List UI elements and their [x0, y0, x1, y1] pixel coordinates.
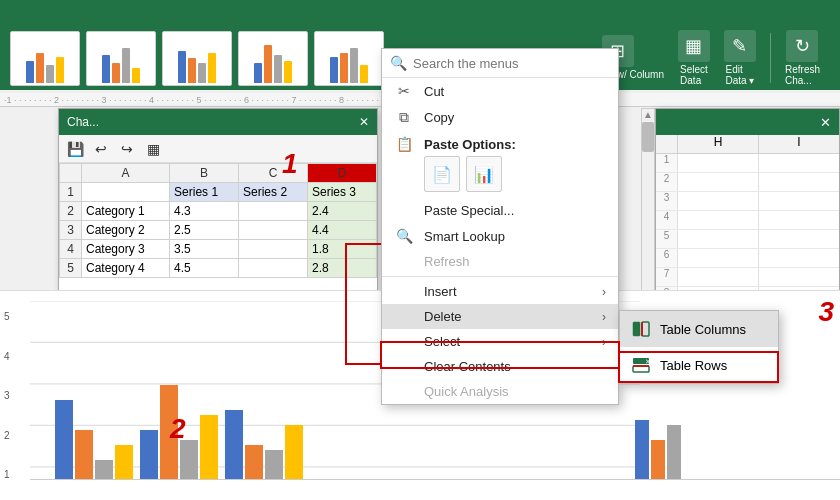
menu-item-select[interactable]: Select ›: [382, 329, 618, 354]
spreadsheet-table: A B C D 1 Series 1 Series 2 Series 3 2 C…: [59, 163, 377, 278]
bar-b4-3: [667, 425, 681, 480]
scrollbar-thumb[interactable]: [642, 122, 654, 152]
undo-icon[interactable]: ↩: [91, 139, 111, 159]
corner-header: [60, 164, 82, 183]
select-data-button[interactable]: ▦ SelectData: [678, 30, 710, 86]
x-axis: [30, 479, 840, 480]
col-header-h[interactable]: H: [678, 135, 759, 153]
row-header-1: 1: [60, 183, 82, 202]
ribbon-divider: [770, 33, 771, 83]
col-header-d[interactable]: D: [308, 164, 377, 183]
bar-group-4-partial: [635, 420, 681, 480]
edit-data-button[interactable]: ✎ EditData ▾: [724, 30, 756, 86]
menu-item-clear-contents[interactable]: Clear Contents: [382, 354, 618, 379]
svg-rect-4: [633, 366, 649, 372]
col-header-a[interactable]: A: [82, 164, 170, 183]
cell-a2[interactable]: Category 1: [82, 202, 170, 221]
cell-b1[interactable]: Series 1: [170, 183, 239, 202]
refresh-icon: ↻: [786, 30, 818, 62]
y-axis: 5 4 3 2 1: [4, 311, 10, 480]
cell-c2[interactable]: [239, 202, 308, 221]
chart-thumb-5[interactable]: [314, 31, 384, 86]
menu-item-copy[interactable]: ⧉ Copy: [382, 104, 618, 131]
col-header-b[interactable]: B: [170, 164, 239, 183]
chart-thumb-3[interactable]: [162, 31, 232, 86]
row-header-2: 2: [60, 202, 82, 221]
row-header-3: 3: [60, 221, 82, 240]
annotation-3: 3: [818, 296, 834, 328]
bar-group-3: [225, 410, 303, 480]
cell-c3[interactable]: [239, 221, 308, 240]
table-row: 4 Category 3 3.5 1.8: [60, 240, 377, 259]
menu-item-delete[interactable]: Delete ›: [382, 304, 618, 329]
paste-btn-2[interactable]: 📊: [466, 156, 502, 192]
cell-a4[interactable]: Category 3: [82, 240, 170, 259]
spreadsheet-title: Cha...: [67, 115, 99, 129]
menu-item-paste-special[interactable]: Paste Special...: [382, 198, 618, 223]
submenu-item-table-columns[interactable]: Table Columns: [620, 311, 778, 347]
cell-b3[interactable]: 2.5: [170, 221, 239, 240]
cell-d5[interactable]: 2.8: [308, 259, 377, 278]
bar-b3-4: [285, 425, 303, 480]
chart-thumb-4[interactable]: [238, 31, 308, 86]
spreadsheet-close-button[interactable]: ✕: [359, 115, 369, 129]
search-input[interactable]: [413, 56, 610, 71]
cell-b2[interactable]: 4.3: [170, 202, 239, 221]
annotation-1: 1: [282, 148, 298, 180]
cell-a5[interactable]: Category 4: [82, 259, 170, 278]
submenu-item-table-rows[interactable]: ✕ Table Rows: [620, 347, 778, 383]
paste-btn-1[interactable]: 📄: [424, 156, 460, 192]
right-panel-rows: 12345678: [656, 154, 839, 306]
cell-d4[interactable]: 1.8: [308, 240, 377, 259]
table-row: 5 Category 4 4.5 2.8: [60, 259, 377, 278]
cell-d3[interactable]: 4.4: [308, 221, 377, 240]
cell-b4[interactable]: 3.5: [170, 240, 239, 259]
svg-rect-0: [633, 322, 640, 336]
table-row: 2 Category 1 4.3 2.4: [60, 202, 377, 221]
bar-b4-1: [635, 420, 649, 480]
row-header-5: 5: [60, 259, 82, 278]
cell-c1[interactable]: Series 2: [239, 183, 308, 202]
bar-b1-2: [75, 430, 93, 480]
cell-a1[interactable]: [82, 183, 170, 202]
chart-thumb-2[interactable]: [86, 31, 156, 86]
format-icon[interactable]: ▦: [143, 139, 163, 159]
save-icon[interactable]: 💾: [65, 139, 85, 159]
cell-b5[interactable]: 4.5: [170, 259, 239, 278]
bar-b1-3: [95, 460, 113, 480]
cell-a3[interactable]: Category 2: [82, 221, 170, 240]
col-header-i[interactable]: I: [759, 135, 839, 153]
chart-thumb-1[interactable]: [10, 31, 80, 86]
scroll-up-arrow[interactable]: ▲: [643, 109, 653, 120]
bar-b1-4: [115, 445, 133, 480]
smart-lookup-icon: 🔍: [394, 228, 414, 244]
right-panel-row: 6: [656, 249, 839, 268]
annotation-2: 2: [170, 413, 186, 445]
cut-icon: ✂: [394, 83, 414, 99]
select-data-icon: ▦: [678, 30, 710, 62]
menu-separator-1: [382, 276, 618, 277]
scrollbar-v[interactable]: ▲ ▼: [641, 108, 655, 308]
bar-b4-2: [651, 440, 665, 480]
right-panel-row: 2: [656, 173, 839, 192]
menu-item-quick-analysis: Quick Analysis: [382, 379, 618, 404]
cell-c4[interactable]: [239, 240, 308, 259]
bar-b3-3: [265, 450, 283, 480]
cell-c5[interactable]: [239, 259, 308, 278]
redo-icon[interactable]: ↪: [117, 139, 137, 159]
cell-d2[interactable]: 2.4: [308, 202, 377, 221]
cell-d1[interactable]: Series 3: [308, 183, 377, 202]
menu-item-cut[interactable]: ✂ Cut: [382, 78, 618, 104]
right-panel-row: 1: [656, 154, 839, 173]
refresh-chart-button[interactable]: ↻ RefreshCha...: [785, 30, 820, 86]
menu-item-smart-lookup[interactable]: 🔍 Smart Lookup: [382, 223, 618, 249]
right-panel-row: 4: [656, 211, 839, 230]
bar-b3-2: [245, 445, 263, 480]
right-panel-close-button[interactable]: ✕: [820, 115, 831, 130]
search-box[interactable]: 🔍: [382, 49, 618, 78]
svg-text:✕: ✕: [645, 358, 651, 365]
bar-b3-1: [225, 410, 243, 480]
menu-item-refresh: Refresh: [382, 249, 618, 274]
menu-item-insert[interactable]: Insert ›: [382, 279, 618, 304]
right-panel-titlebar: ✕: [656, 109, 839, 135]
